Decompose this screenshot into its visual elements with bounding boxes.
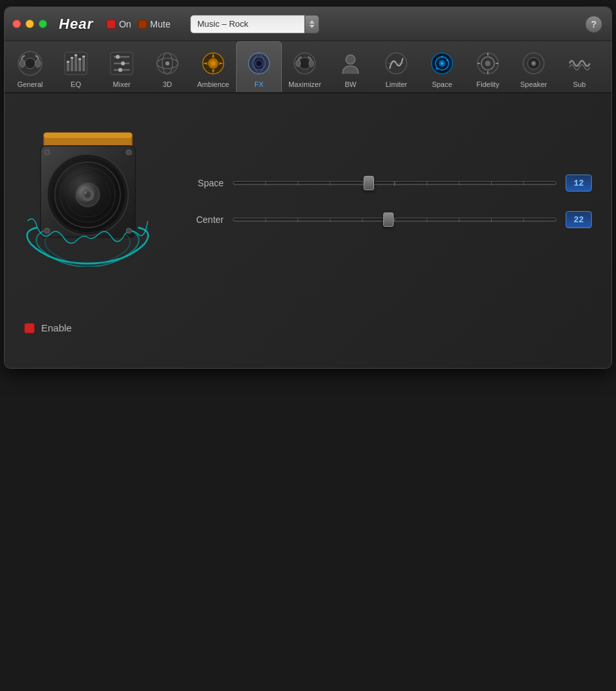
general-icon [16, 49, 44, 78]
tab-fx[interactable]: FX [236, 41, 282, 92]
fx-content: Space [24, 126, 592, 270]
preset-input[interactable] [190, 15, 305, 33]
fidelity-icon [473, 49, 502, 78]
tab-limiter[interactable]: Limiter [373, 41, 419, 92]
tab-general-label: General [17, 80, 43, 88]
ambience-icon [199, 49, 228, 78]
svg-rect-7 [75, 56, 77, 71]
limiter-icon [382, 49, 411, 78]
sliders-area: Space [188, 175, 592, 228]
space-slider-thumb[interactable] [364, 176, 374, 190]
enable-label: Enable [41, 322, 72, 333]
svg-point-21 [118, 68, 122, 72]
maximize-button[interactable] [39, 20, 47, 28]
space-slider-value: 12 [566, 175, 592, 192]
app-title: Hear [59, 16, 94, 33]
tab-space[interactable]: Space [419, 41, 465, 92]
svg-point-70 [126, 150, 131, 155]
speaker-svg [24, 126, 152, 267]
app-window: Hear On Mute ? [4, 7, 612, 369]
svg-point-45 [436, 68, 438, 70]
space-slider-track [233, 181, 556, 185]
tab-mixer[interactable]: Mixer [99, 41, 145, 92]
tab-fx-label: FX [254, 80, 264, 88]
tab-maximizer-label: Maximizer [288, 80, 321, 88]
tab-eq[interactable]: EQ [53, 41, 99, 92]
mute-button[interactable]: Mute [138, 19, 171, 29]
svg-rect-58 [44, 133, 132, 138]
svg-rect-9 [82, 57, 85, 71]
space-slider-track-container [233, 175, 556, 191]
3d-icon [153, 49, 182, 78]
tab-sub-label: Sub [573, 80, 586, 88]
tab-space-label: Space [432, 80, 452, 88]
svg-point-56 [532, 62, 535, 65]
mute-dot [138, 20, 147, 29]
mute-label: Mute [150, 19, 171, 29]
titlebar: Hear On Mute ? [5, 7, 611, 41]
svg-point-28 [211, 61, 216, 66]
svg-rect-13 [78, 58, 81, 60]
svg-point-36 [346, 55, 355, 64]
svg-point-20 [121, 61, 125, 65]
svg-point-42 [441, 62, 443, 65]
on-indicator[interactable]: On [107, 19, 131, 29]
sub-icon [565, 49, 594, 78]
eq-icon [61, 49, 90, 78]
titlebar-controls: On Mute [107, 15, 319, 33]
center-slider-label: Center [188, 214, 224, 225]
help-button[interactable]: ? [585, 16, 602, 33]
center-slider-thumb[interactable] [383, 212, 394, 227]
tabs-bar: General EQ [5, 41, 611, 93]
svg-rect-11 [71, 57, 73, 59]
tab-bw[interactable]: BW [328, 41, 373, 92]
bw-icon [336, 49, 365, 78]
arrow-down-icon [309, 25, 315, 28]
center-slider-row: Center [188, 211, 592, 228]
traffic-lights [12, 20, 47, 28]
svg-rect-14 [82, 56, 85, 58]
arrow-up-icon [309, 20, 315, 24]
speaker-illustration [24, 126, 155, 270]
minimize-button[interactable] [26, 20, 34, 28]
tab-3d-label: 3D [163, 80, 172, 88]
svg-point-25 [165, 61, 169, 65]
svg-rect-8 [78, 59, 81, 71]
svg-point-34 [296, 60, 301, 67]
svg-point-52 [485, 61, 490, 66]
mixer-icon [107, 49, 136, 78]
svg-point-43 [441, 56, 443, 58]
space-icon [428, 49, 456, 78]
svg-point-1 [25, 58, 35, 69]
svg-point-69 [44, 150, 50, 155]
svg-point-2 [20, 59, 25, 67]
enable-toggle[interactable] [24, 323, 35, 333]
tab-eq-label: EQ [71, 80, 81, 88]
tab-general[interactable]: General [7, 41, 53, 92]
on-label: On [119, 19, 131, 29]
main-content: Space [5, 93, 611, 368]
tab-ambience-label: Ambience [197, 80, 230, 88]
tab-speaker[interactable]: Speaker [511, 41, 556, 92]
center-slider-track-container [233, 212, 556, 228]
svg-point-3 [35, 59, 41, 67]
svg-point-71 [44, 228, 50, 233]
svg-point-35 [309, 60, 314, 67]
svg-point-31 [256, 60, 262, 67]
tab-3d[interactable]: 3D [145, 41, 190, 92]
maximizer-icon [290, 49, 319, 78]
preset-arrow-button[interactable] [305, 15, 319, 33]
svg-rect-10 [67, 61, 69, 63]
tab-ambience[interactable]: Ambience [190, 41, 236, 92]
close-button[interactable] [12, 20, 21, 28]
on-dot [107, 20, 116, 29]
tab-sub[interactable]: Sub [556, 41, 602, 92]
svg-point-72 [126, 228, 131, 233]
tab-maximizer[interactable]: Maximizer [282, 41, 328, 92]
enable-section: Enable [24, 322, 72, 333]
tab-mixer-label: Mixer [113, 80, 131, 88]
center-slider-track [233, 218, 556, 222]
svg-point-19 [116, 55, 120, 59]
svg-point-68 [84, 192, 87, 194]
tab-fidelity[interactable]: Fidelity [465, 41, 511, 92]
